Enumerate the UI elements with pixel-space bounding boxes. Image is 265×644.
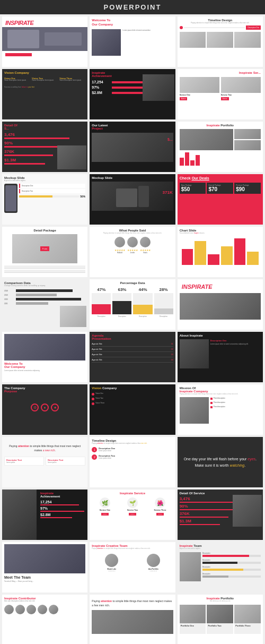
service2-item3: 🌺 Service Three Button [147, 497, 173, 516]
paying-image-text: Paying attention to simple little things… [92, 599, 173, 607]
agenda-title: Agenda Presentation [92, 334, 173, 340]
slide-team[interactable]: Inspirate Team A guru is a man with a ta… [178, 542, 263, 593]
service-name2: Service Two [221, 94, 261, 96]
slide-inspirate-logo[interactable]: INSPIRATE [2, 16, 87, 67]
team-image [180, 552, 201, 581]
paying-box1: Descriptor Text lorem ipsum [4, 457, 44, 466]
slide-meet-team[interactable]: Meet The Team Tameka & Marg — Etiam you … [2, 542, 87, 593]
achievement-stat1: 17,254 [92, 80, 110, 84]
team-bar3: Description [202, 566, 261, 571]
contributor-sub: their own description makes a few men ri… [4, 600, 85, 602]
achievement-stat2: 97% [92, 85, 110, 89]
welcome-title: Welcome To Our Company [92, 19, 173, 27]
slide-achievement[interactable]: Inspirate Achievement 17,254 97% $2.8M [90, 69, 175, 119]
achievement2-image [2, 490, 37, 540]
pct-label-1: Description [92, 315, 111, 317]
slide-latest-project[interactable]: Our Latest Project $... [90, 122, 175, 172]
slide-welcome[interactable]: Welcome To Our Company Lorem ipsum dolor… [90, 16, 175, 67]
deals-pkg3[interactable]: Premium Package $90 [234, 183, 261, 194]
deals-pkg1[interactable]: Basic Package $50 [180, 183, 206, 194]
timeline-dot [180, 26, 183, 29]
testimonial-name-1: McAuld [114, 252, 125, 254]
detail-stat1: 3,476 [4, 132, 85, 137]
slide-creative-team[interactable]: Inspirate Creative Team Paying attention… [90, 542, 175, 593]
service2-btn3[interactable]: Button [156, 513, 163, 516]
slide-paying-attention[interactable]: Paying attention to simple little things… [2, 437, 87, 487]
welcome2-title: Welcome To Our Company [4, 362, 85, 368]
slide-portfolio[interactable]: Inspirate Portfolio [178, 122, 263, 172]
deals-pkg2[interactable]: General Package $70 [207, 183, 233, 194]
comparison-label1: 2018 [4, 290, 15, 292]
paying-text: Paying attention to simple little things… [4, 444, 85, 452]
pct-num-2: 63% [112, 287, 131, 292]
chart-bar5 [234, 238, 246, 265]
welcome2-image [4, 334, 85, 360]
slide-detail-service[interactable]: Detail Of S... 3,476 90% 376K $1.3M [2, 122, 87, 172]
mission-point1: Point description [210, 397, 261, 400]
slide-agenda[interactable]: Agenda Presentation Agenda Title 01 Agen… [90, 332, 175, 382]
slide-comparison[interactable]: Comparison Data Courage is being scared … [2, 279, 87, 330]
portfolio2-img1 [180, 605, 206, 623]
achievement-stat3: $2.8M [92, 91, 110, 95]
vision-text1: Vision Description lorem ipsum [4, 80, 30, 82]
slide-testimonials[interactable]: What People Said Paying attention to sim… [90, 227, 175, 277]
slide-deals[interactable]: Check Our Deals Basic Package $50 Genera… [178, 174, 263, 225]
slide-timeline-2[interactable]: Timeline Design Paying attention to simp… [90, 437, 175, 487]
slide-service[interactable]: Inspirate Ser... Service One Button Serv… [178, 69, 263, 119]
pct-num-4: 28% [154, 287, 173, 292]
project-image [92, 133, 173, 162]
slide-vision-2[interactable]: Vision Company Vision One Vision Two Vis… [90, 384, 175, 435]
slide-about[interactable]: About Inspirate Description One Lorem ip… [178, 332, 263, 382]
slide-paying-image[interactable]: Paying attention to simple little things… [90, 595, 175, 644]
purpose-icon3: ★ [51, 403, 59, 411]
service2-btn2[interactable]: Button [129, 513, 136, 516]
contributor-av3 [26, 605, 36, 614]
meet-team-text: Tameka & Marg — Etiam you and being... [4, 580, 85, 582]
agenda-item3: Agenda Title 03 [92, 354, 173, 357]
timeline-img2 [207, 32, 233, 48]
service-btn2[interactable]: Button [221, 97, 229, 100]
achievement2-stat1: 17,254 [40, 500, 85, 505]
chart-bar2 [195, 241, 206, 265]
portfolio-img-sm1 [234, 129, 261, 139]
portfolio-bar3 [190, 160, 195, 166]
vision2-title: Vision Company [92, 387, 173, 390]
slide-portfolio-2[interactable]: Inspirate Portfolio like what you do wha… [178, 595, 263, 644]
slide-logo-large[interactable]: INSPIRATE [178, 279, 263, 330]
slide-vision[interactable]: Vision Company Vision One Vision Descrip… [2, 69, 87, 119]
slide-achievement-2[interactable]: Inspirate Achievement 17,254 97% $2.8M [2, 490, 87, 540]
mockup-price: 371K [163, 190, 173, 195]
chart-sub: Future Airbnb lorem Inspire classes [180, 232, 261, 234]
slide-detail-service-2[interactable]: Detail Of Service 3,476 90% 376K $1.3M [178, 490, 263, 540]
slide-welcome-2[interactable]: Welcome To Our Company Lorem ipsum dolor… [2, 332, 87, 382]
deals-title: Check Our Deals [180, 176, 261, 180]
slide-chart[interactable]: Chart Slide Future Airbnb lorem Inspire … [178, 227, 263, 277]
slide-percentage[interactable]: Percentage Data 47% Description 63% Desc… [90, 279, 175, 330]
creative-team-sub: Paying attention to simple little things… [92, 547, 173, 549]
slide-mockup-dark[interactable]: Mockup Slide 371K [90, 174, 175, 225]
portfolio-bar2 [185, 152, 189, 166]
service-img2 [221, 77, 261, 93]
slide-mission[interactable]: Mission Of Inspirate Company Paying atte… [178, 384, 263, 435]
meet-team-title: Meet The Team [4, 576, 85, 579]
slide-detail-package[interactable]: Detail Package Form [2, 227, 87, 277]
slide-purpose[interactable]: The Company Purpose ⚙ ♦ ★ [2, 384, 87, 435]
service-btn1[interactable]: Button [180, 97, 188, 100]
slide-mockup[interactable]: Mockup Slide A good is a man with a tagl… [2, 174, 87, 225]
detail-field1 [4, 265, 85, 269]
contributor-av4 [38, 605, 47, 614]
portfolio2-img2 [207, 605, 233, 623]
slide-service-2[interactable]: Inspirate Service 🌿 Service One Button 🌱… [90, 490, 175, 540]
logo-large-image [180, 293, 261, 320]
contributor-av2 [15, 605, 25, 614]
slide-timeline[interactable]: Timeline Design Paying attention to simp… [178, 16, 263, 67]
achievement2-stat3: $2.8M [40, 513, 85, 518]
team-sub: A guru is a man with a tagline. [180, 547, 261, 549]
portfolio2-img3 [234, 605, 261, 623]
paying-image-img [92, 610, 173, 634]
slide-oneday[interactable]: One day your life will flash before your… [178, 437, 263, 487]
comparison-label3: 2020 [4, 298, 15, 300]
comparison-sub: Courage is being scared to death, but sa… [4, 285, 85, 287]
slide-contributor[interactable]: Inspirate Contributor their own descript… [2, 595, 87, 644]
service2-btn1[interactable]: Button [101, 513, 108, 516]
